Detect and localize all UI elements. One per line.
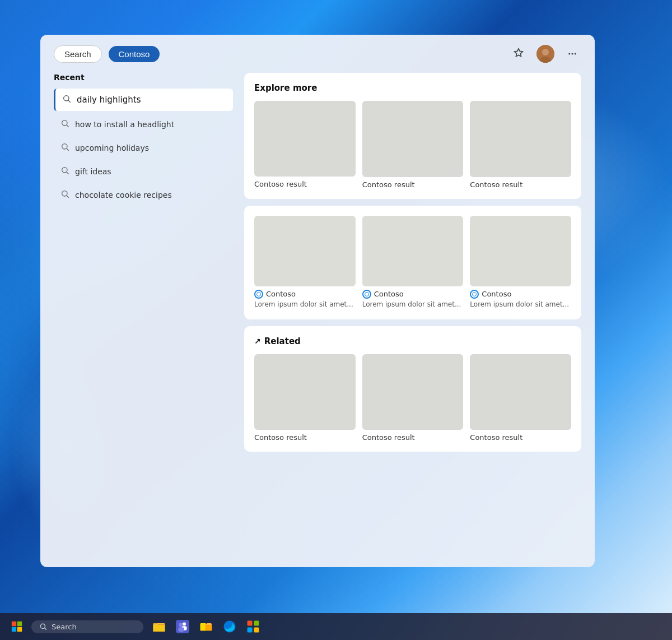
result-card[interactable]: Contoso result	[470, 101, 571, 189]
recent-item[interactable]: gift ideas	[54, 160, 233, 183]
contoso-desc: Lorem ipsum dolor sit amet...	[362, 300, 464, 309]
contoso-thumbnail	[362, 216, 464, 286]
recent-item[interactable]: chocolate cookie recipes	[54, 184, 233, 206]
result-label: Contoso result	[470, 433, 571, 442]
svg-point-20	[40, 624, 45, 628]
recent-item-label: upcoming holidays	[75, 143, 149, 152]
svg-rect-18	[12, 627, 16, 632]
contoso-desc: Lorem ipsum dolor sit amet...	[254, 300, 356, 309]
svg-rect-29	[200, 623, 207, 631]
explore-more-title: Explore more	[254, 83, 571, 93]
svg-rect-36	[254, 628, 259, 633]
taskbar-search-bar[interactable]: Search	[31, 620, 143, 633]
contoso-brand-label: Contoso	[374, 290, 404, 298]
result-card[interactable]: Contoso result	[362, 101, 464, 189]
svg-rect-34	[254, 621, 259, 626]
result-label: Contoso result	[254, 180, 356, 188]
svg-point-3	[568, 53, 570, 55]
result-label: Contoso result	[362, 180, 464, 189]
svg-point-6	[64, 96, 69, 101]
user-avatar[interactable]	[536, 45, 554, 63]
contoso-brand-label: Contoso	[266, 290, 296, 298]
tab-contoso[interactable]: Contoso	[109, 46, 160, 62]
taskbar-app-teams[interactable]	[172, 616, 193, 637]
result-label: Contoso result	[362, 433, 464, 442]
contoso-info: Contoso Lorem ipsum dolor sit amet...	[362, 290, 464, 309]
tab-search[interactable]: Search	[54, 45, 102, 63]
svg-point-4	[572, 53, 573, 55]
contoso-cards-section: Contoso Lorem ipsum dolor sit amet... Co…	[244, 206, 581, 319]
svg-rect-16	[12, 622, 16, 626]
contoso-brand: Contoso	[470, 290, 571, 299]
recent-item-label: gift ideas	[75, 167, 111, 176]
related-title-text: Related	[264, 336, 301, 346]
recent-active-item[interactable]: daily highlights	[54, 89, 233, 111]
svg-rect-23	[153, 625, 165, 632]
trending-icon: ↗	[254, 337, 261, 346]
taskbar-search-label: Search	[52, 623, 77, 631]
result-card[interactable]: Contoso result	[470, 354, 571, 442]
contoso-info: Contoso Lorem ipsum dolor sit amet...	[470, 290, 571, 309]
explore-more-section: Explore more Contoso result Contoso resu…	[244, 73, 581, 199]
svg-rect-30	[206, 625, 212, 631]
contoso-brand: Contoso	[254, 290, 356, 299]
related-section: ↗ Related Contoso result Contoso result …	[244, 326, 581, 452]
result-thumbnail	[254, 354, 356, 430]
contoso-brand-label: Contoso	[482, 290, 511, 298]
search-icon-active	[62, 94, 71, 105]
explore-more-grid: Contoso result Contoso result Contoso re…	[254, 101, 571, 189]
start-button[interactable]	[4, 614, 29, 639]
result-thumbnail	[362, 101, 464, 177]
svg-rect-35	[248, 628, 253, 633]
svg-rect-17	[17, 622, 22, 626]
related-title: ↗ Related	[254, 336, 571, 346]
contoso-card[interactable]: Contoso Lorem ipsum dolor sit amet...	[254, 216, 356, 309]
search-icon	[60, 142, 69, 154]
svg-point-10	[62, 144, 67, 149]
search-panel: Search Contoso	[40, 35, 595, 567]
panel-body: Recent daily highlights	[40, 73, 595, 567]
related-grid: Contoso result Contoso result Contoso re…	[254, 354, 571, 442]
contoso-thumbnail	[254, 216, 356, 286]
taskbar-app-edge[interactable]	[220, 616, 240, 637]
svg-rect-33	[248, 621, 253, 626]
recent-item[interactable]: upcoming holidays	[54, 137, 233, 159]
taskbar-app-store[interactable]	[243, 616, 263, 637]
svg-point-27	[179, 623, 183, 627]
contoso-info: Contoso Lorem ipsum dolor sit amet...	[254, 290, 356, 309]
rewards-icon[interactable]	[510, 45, 528, 63]
recent-section-label: Recent	[54, 73, 233, 82]
svg-line-7	[68, 100, 71, 103]
contoso-brand: Contoso	[362, 290, 464, 299]
result-label: Contoso result	[470, 180, 571, 189]
search-icon	[60, 166, 69, 177]
svg-point-1	[542, 49, 549, 55]
contoso-brand-icon	[470, 290, 479, 299]
more-options-icon[interactable]	[563, 45, 581, 63]
result-thumbnail	[362, 354, 464, 430]
svg-rect-19	[17, 627, 22, 632]
contoso-cards-grid: Contoso Lorem ipsum dolor sit amet... Co…	[254, 216, 571, 309]
result-card[interactable]: Contoso result	[362, 354, 464, 442]
contoso-card[interactable]: Contoso Lorem ipsum dolor sit amet...	[362, 216, 464, 309]
result-label: Contoso result	[254, 433, 356, 442]
result-card[interactable]: Contoso result	[254, 354, 356, 442]
contoso-desc: Lorem ipsum dolor sit amet...	[470, 300, 571, 309]
recent-item[interactable]: how to install a headlight	[54, 113, 233, 136]
taskbar-app-explorer[interactable]	[149, 616, 169, 637]
taskbar-app-file-manager[interactable]	[196, 616, 216, 637]
taskbar: Search	[0, 613, 672, 640]
svg-point-5	[575, 53, 576, 55]
svg-line-13	[67, 172, 69, 174]
result-thumbnail	[254, 101, 356, 177]
search-icon	[60, 189, 69, 201]
contoso-brand-icon	[254, 290, 263, 299]
panel-header: Search Contoso	[40, 35, 595, 73]
result-card[interactable]: Contoso result	[254, 101, 356, 189]
contoso-card[interactable]: Contoso Lorem ipsum dolor sit amet...	[470, 216, 571, 309]
svg-point-25	[183, 623, 186, 626]
recent-item-label: how to install a headlight	[75, 120, 174, 129]
search-icon	[60, 119, 69, 130]
contoso-brand-icon	[362, 290, 371, 299]
recent-item-label: chocolate cookie recipes	[75, 191, 172, 200]
